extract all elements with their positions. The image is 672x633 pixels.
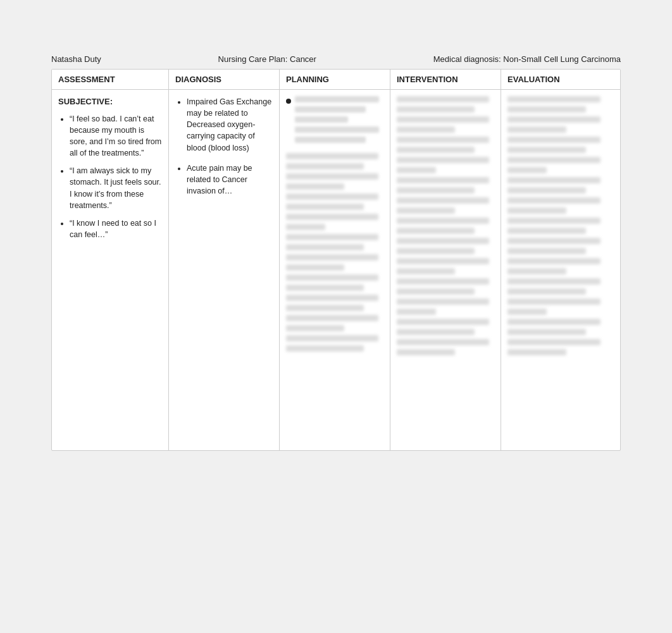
evaluation-cell xyxy=(501,90,612,450)
diagnosis-cell: Impaired Gas Exchange may be related to … xyxy=(169,90,280,450)
col-header-intervention: INTERVENTION xyxy=(390,70,501,89)
column-body: SUBJECTIVE: “I feel so bad. I can’t eat … xyxy=(52,90,620,450)
planning-dot-1 xyxy=(286,99,291,104)
diagnosis-bullet-1: Impaired Gas Exchange may be related to … xyxy=(187,96,273,154)
assessment-bullet-2: “I am always sick to my stomach. It just… xyxy=(70,165,162,211)
patient-name: Natasha Duty xyxy=(51,54,101,64)
planning-cell xyxy=(280,90,390,450)
assessment-cell: SUBJECTIVE: “I feel so bad. I can’t eat … xyxy=(52,90,169,450)
column-headers: ASSESSMENT DIAGNOSIS PLANNING INTERVENTI… xyxy=(52,70,620,90)
col-header-diagnosis: DIAGNOSIS xyxy=(169,70,280,89)
header-row: Natasha Duty Nursing Care Plan: Cancer M… xyxy=(51,51,621,69)
assessment-bullet-3: “I know I need to eat so I can feel…” xyxy=(70,218,162,240)
subjective-label: SUBJECTIVE: xyxy=(58,96,162,108)
planning-blurred-1 xyxy=(295,96,383,147)
care-plan-table: ASSESSMENT DIAGNOSIS PLANNING INTERVENTI… xyxy=(51,69,621,451)
col-header-evaluation: EVALUATION xyxy=(501,70,612,89)
medical-diagnosis: Medical diagnosis: Non-Small Cell Lung C… xyxy=(433,54,621,64)
diagnosis-bullets: Impaired Gas Exchange may be related to … xyxy=(175,96,273,197)
intervention-blurred-content xyxy=(397,96,494,355)
planning-item-1 xyxy=(286,96,383,147)
col-header-planning: PLANNING xyxy=(280,70,390,89)
assessment-bullets: “I feel so bad. I can’t eat because my m… xyxy=(58,113,162,240)
col-header-assessment: ASSESSMENT xyxy=(52,70,169,89)
intervention-cell xyxy=(390,90,501,450)
evaluation-blurred-content xyxy=(507,96,606,355)
planning-blurred-content xyxy=(286,153,383,352)
diagnosis-bullet-2: Acute pain may be related to Cancer inva… xyxy=(187,163,273,197)
care-plan-title: Nursing Care Plan: Cancer xyxy=(218,54,316,64)
page-container: Natasha Duty Nursing Care Plan: Cancer M… xyxy=(51,51,621,633)
assessment-bullet-1: “I feel so bad. I can’t eat because my m… xyxy=(70,113,162,159)
